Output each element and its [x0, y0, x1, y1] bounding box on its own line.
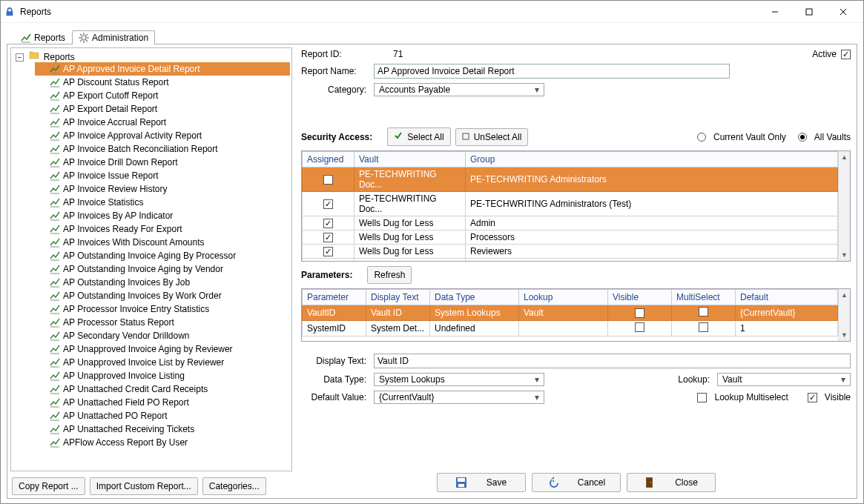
- checkbox-assigned[interactable]: ✓: [323, 261, 333, 262]
- checkbox-active[interactable]: ✓: [841, 50, 851, 59]
- checkbox-multiselect[interactable]: [699, 307, 708, 316]
- chart-icon: [50, 104, 60, 114]
- unselect-all-button[interactable]: UnSelect All: [455, 128, 529, 146]
- scroll-up-icon[interactable]: ▲: [839, 151, 850, 163]
- pcol-visible[interactable]: Visible: [608, 290, 672, 305]
- security-table[interactable]: Assigned Vault Group ✓PE-TECHWRITING Doc…: [302, 151, 838, 262]
- scroll-down-icon[interactable]: ▼: [839, 249, 850, 261]
- tree-item[interactable]: AP Invoices Ready For Export: [35, 222, 290, 236]
- tree-item[interactable]: AP Invoice Approval Activity Report: [35, 129, 290, 142]
- tree-item[interactable]: AP Export Cutoff Report: [35, 89, 290, 102]
- table-row[interactable]: ✓PE-TECHWRITING Doc...PE-TECHWRITING Adm…: [303, 192, 838, 216]
- collapse-icon[interactable]: −: [16, 53, 24, 62]
- combo-category[interactable]: Accounts Payable ▾: [374, 83, 544, 96]
- select-all-button[interactable]: Select All: [387, 127, 450, 146]
- tree-item[interactable]: AP Unapproved Invoice Listing: [35, 369, 290, 382]
- checkbox-visible[interactable]: ✓: [635, 308, 644, 318]
- scroll-up-icon[interactable]: ▲: [839, 289, 850, 301]
- checkbox-assigned[interactable]: ✓: [323, 247, 333, 256]
- combo-lookup[interactable]: Vault▾: [717, 373, 851, 386]
- table-row[interactable]: ✓Wells Dug for LessAdmin: [303, 216, 838, 231]
- col-vault[interactable]: Vault: [354, 152, 466, 168]
- tree-item[interactable]: AP Invoice Review History: [35, 182, 290, 196]
- maximize-button[interactable]: [792, 1, 826, 22]
- tree-item[interactable]: AP Invoice Issue Report: [35, 169, 290, 182]
- col-group[interactable]: Group: [466, 152, 838, 168]
- parameters-table[interactable]: Parameter Display Text Data Type Lookup …: [302, 289, 838, 336]
- cancel-button[interactable]: Cancel: [532, 473, 621, 492]
- tree-item[interactable]: AP Invoices By AP Indicator: [35, 209, 290, 222]
- tree-item[interactable]: AP Unapproved Invoice Aging by Reviewer: [35, 342, 290, 356]
- table-row[interactable]: ✓Wells Dug for LessProcessors: [303, 231, 838, 245]
- undo-icon: [547, 477, 558, 488]
- tree-item[interactable]: AP Secondary Vendor Drilldown: [35, 329, 290, 342]
- tree-item[interactable]: AP Unattached PO Report: [35, 409, 290, 422]
- tab-administration[interactable]: Administration: [72, 30, 155, 44]
- tree-item[interactable]: AP Unapproved Invoice List by Reviewer: [35, 356, 290, 369]
- tree-item-label: AP Secondary Vendor Drilldown: [63, 331, 190, 341]
- tree-item[interactable]: AP Invoices With Discount Amounts: [35, 236, 290, 249]
- scroll-down-icon[interactable]: ▼: [839, 329, 850, 341]
- tree-item[interactable]: AP Outstanding Invoices By Job: [35, 276, 290, 289]
- copy-report-button[interactable]: Copy Report ...: [12, 477, 85, 495]
- pcol-lookup[interactable]: Lookup: [519, 290, 608, 305]
- combo-data-type[interactable]: System Lookups▾: [374, 373, 544, 386]
- pcol-datatype[interactable]: Data Type: [430, 290, 519, 305]
- input-report-name[interactable]: AP Approved Invoice Detail Report: [374, 64, 730, 79]
- checkbox-visible[interactable]: [635, 322, 644, 332]
- tree-item[interactable]: AP Unattached Receiving Tickets: [35, 422, 290, 436]
- table-row[interactable]: VaultIDVault IDSystem LookupsVault✓{Curr…: [303, 305, 838, 321]
- chevron-down-icon: ▾: [838, 374, 848, 385]
- col-assigned[interactable]: Assigned: [303, 152, 354, 168]
- tree-item[interactable]: AP Outstanding Invoices By Work Order: [35, 289, 290, 302]
- tree-item[interactable]: AP Processor Invoice Entry Statistics: [35, 302, 290, 316]
- tree-item[interactable]: AP Invoice Batch Reconciliation Report: [35, 142, 290, 156]
- import-custom-report-button[interactable]: Import Custom Report...: [90, 477, 198, 495]
- checkbox-assigned[interactable]: ✓: [323, 233, 333, 242]
- tree-item[interactable]: AP Export Detail Report: [35, 102, 290, 116]
- table-row[interactable]: ✓PE-TECHWRITING Doc...PE-TECHWRITING Adm…: [303, 168, 838, 192]
- tree-item[interactable]: AP Unattached Credit Card Receipts: [35, 382, 290, 396]
- security-scrollbar[interactable]: ▲ ▼: [838, 151, 850, 261]
- combo-default-value[interactable]: {CurrentVault}▾: [374, 391, 544, 404]
- tree-item[interactable]: AP Invoice Statistics: [35, 196, 290, 209]
- save-button[interactable]: Save: [437, 473, 526, 492]
- left-button-row: Copy Report ... Import Custom Report... …: [10, 477, 292, 495]
- input-display-text[interactable]: Vault ID: [374, 354, 851, 368]
- radio-all-vaults[interactable]: [798, 133, 807, 142]
- refresh-button[interactable]: Refresh: [367, 266, 412, 284]
- tree-item[interactable]: AP Invoice Drill Down Report: [35, 156, 290, 169]
- chart-icon: [50, 90, 60, 101]
- table-row[interactable]: ✓Treated WellsProcessors: [303, 259, 838, 262]
- tree-item[interactable]: AP Outstanding Invoice Aging by Vendor: [35, 262, 290, 276]
- tree-item[interactable]: APFlow Access Report By User: [35, 436, 290, 449]
- parameters-scrollbar[interactable]: ▲ ▼: [838, 289, 850, 341]
- tree-item[interactable]: AP Outstanding Invoice Aging By Processo…: [35, 249, 290, 262]
- checkbox-multiselect[interactable]: [699, 322, 708, 332]
- checkbox-assigned[interactable]: ✓: [323, 199, 333, 209]
- tab-reports[interactable]: Reports: [14, 30, 72, 44]
- pcol-display[interactable]: Display Text: [366, 290, 430, 305]
- tree-item[interactable]: AP Approved Invoice Detail Report: [35, 62, 290, 76]
- checkbox-assigned[interactable]: ✓: [323, 219, 333, 228]
- categories-button[interactable]: Categories...: [202, 477, 266, 495]
- svg-line-7: [86, 40, 88, 42]
- checkbox-assigned[interactable]: ✓: [323, 175, 333, 185]
- checkbox-lookup-multi[interactable]: [697, 393, 707, 402]
- pcol-default[interactable]: Default: [736, 290, 838, 305]
- checkbox-visible[interactable]: ✓: [808, 393, 817, 402]
- pcol-multi[interactable]: MultiSelect: [672, 290, 736, 305]
- close-button[interactable]: [826, 1, 860, 22]
- minimize-button[interactable]: [758, 1, 792, 22]
- pcol-parameter[interactable]: Parameter: [303, 290, 366, 305]
- report-tree[interactable]: − Reports AP Approved Invoice Detail Rep…: [10, 47, 292, 471]
- tree-item[interactable]: AP Discount Status Report: [35, 76, 290, 89]
- tree-item[interactable]: AP Processor Status Report: [35, 316, 290, 329]
- close-button[interactable]: Close: [627, 473, 716, 492]
- tree-item[interactable]: AP Invoice Accrual Report: [35, 116, 290, 129]
- table-row[interactable]: ✓Wells Dug for LessReviewers: [303, 245, 838, 259]
- table-row[interactable]: SystemIDSystem Det...Undefined1: [303, 321, 838, 336]
- tree-item[interactable]: AP Unattached Field PO Report: [35, 396, 290, 409]
- radio-current-vault[interactable]: [697, 133, 706, 142]
- tree-root-item[interactable]: − Reports AP Approved Invoice Detail Rep…: [13, 50, 290, 449]
